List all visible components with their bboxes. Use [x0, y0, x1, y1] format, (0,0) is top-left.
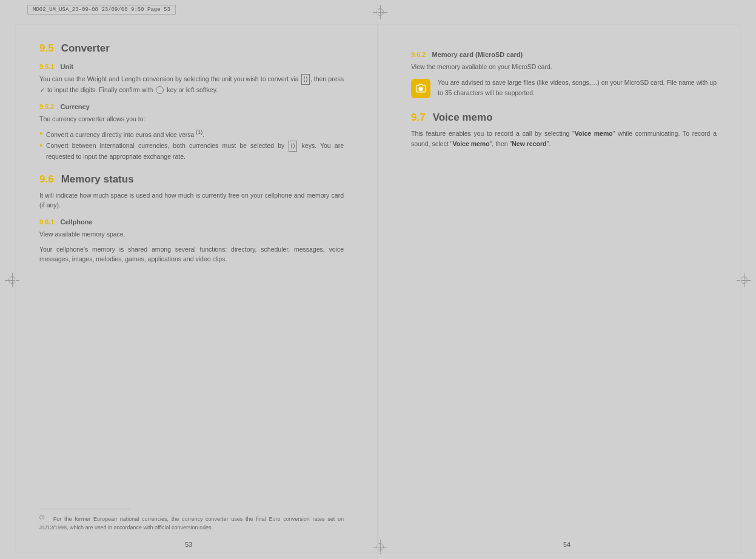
camera-icon — [415, 82, 427, 95]
section-9-5-num: 9.5 — [39, 42, 54, 55]
note-box: You are advised to save large files (lik… — [411, 78, 717, 98]
section-9-6-2-body: View the memory available on your MicroS… — [411, 62, 717, 72]
section-9-6-num: 9.6 — [39, 173, 54, 186]
nav-arrows-icon-2: ⟨⟩ — [289, 141, 297, 152]
bullet-text-2: Convert between international currencies… — [46, 141, 344, 161]
section-9-6-1-title: 9.6.1 Cellphone — [39, 218, 344, 226]
section-9-5-label: Converter — [61, 42, 110, 55]
section-9-6-title: 9.6 Memory status — [39, 173, 344, 186]
voice-memo-bold-2: Voice memo — [453, 140, 490, 147]
voice-memo-bold-1: Voice memo — [575, 130, 613, 137]
right-page: 9.6.2 Memory card (MicroSD card) View th… — [378, 0, 756, 559]
section-9-7-body: This feature enables you to record a cal… — [411, 129, 717, 149]
footnote-num: (1) — [39, 515, 45, 519]
footnote-line — [39, 509, 131, 509]
section-9-6-2-title: 9.6.2 Memory card (MicroSD card) — [411, 51, 717, 58]
section-9-5-2-intro: The currency converter allows you to: — [39, 114, 344, 124]
page-number-right: 54 — [563, 541, 570, 548]
section-9-5-1-num: 9.5.1 — [39, 63, 54, 70]
section-9-5-title: 9.5 Converter — [39, 42, 344, 55]
section-9-5-2-num: 9.5.2 — [39, 103, 54, 110]
footnote-text: (1) For the former European national cur… — [39, 514, 344, 532]
bullet-text-1: Convert a currency directly into euros a… — [46, 129, 204, 139]
footnote-area: (1) For the former European national cur… — [39, 509, 344, 532]
bullet-dot-1: • — [39, 129, 42, 139]
page-number-left: 53 — [185, 541, 192, 548]
section-9-5-1-body: You can use the Weight and Length conver… — [39, 74, 344, 95]
section-9-6-2-label: Memory card (MicroSD card) — [432, 51, 523, 58]
bullet-item-1: • Convert a currency directly into euros… — [39, 129, 344, 139]
bullet-dot-2: • — [39, 141, 42, 161]
section-9-5-1-title: 9.5.1 Unit — [39, 63, 344, 70]
section-9-6-1-body2: Your cellphone's memory is shared among … — [39, 244, 344, 264]
note-text: You are advised to save large files (lik… — [438, 78, 717, 98]
round-key-icon — [156, 86, 164, 94]
section-9-7-title: 9.7 Voice memo — [411, 112, 717, 124]
section-9-6-1-body1: View available memory space. — [39, 229, 344, 239]
section-9-6-body: It will indicate how much space is used … — [39, 190, 344, 210]
section-9-7-num: 9.7 — [411, 112, 426, 124]
new-record-bold: New record — [512, 140, 546, 147]
section-9-6-2-num: 9.6.2 — [411, 51, 426, 58]
bullet-item-2: • Convert between international currenci… — [39, 141, 344, 161]
section-9-5-2-label: Currency — [60, 103, 89, 110]
currency-bullet-list: • Convert a currency directly into euros… — [39, 129, 344, 161]
section-9-5-1-label: Unit — [60, 63, 73, 70]
left-page: 9.5 Converter 9.5.1 Unit You can use the… — [0, 0, 378, 559]
svg-point-2 — [420, 89, 422, 90]
section-9-5-2-title: 9.5.2 Currency — [39, 103, 344, 110]
note-icon — [411, 79, 430, 98]
nav-arrows-icon: ⟨⟩ — [301, 74, 310, 85]
page-spread: MD02_UM_USA_23-09-08 23/09/08 9:50 Page … — [0, 0, 756, 559]
section-9-6-label: Memory status — [61, 173, 134, 186]
section-9-6-1-num: 9.6.1 — [39, 218, 54, 226]
down-arrow-icon: ✓ — [40, 85, 45, 95]
section-9-6-1-label: Cellphone — [60, 218, 92, 226]
section-9-7-label: Voice memo — [433, 112, 493, 124]
